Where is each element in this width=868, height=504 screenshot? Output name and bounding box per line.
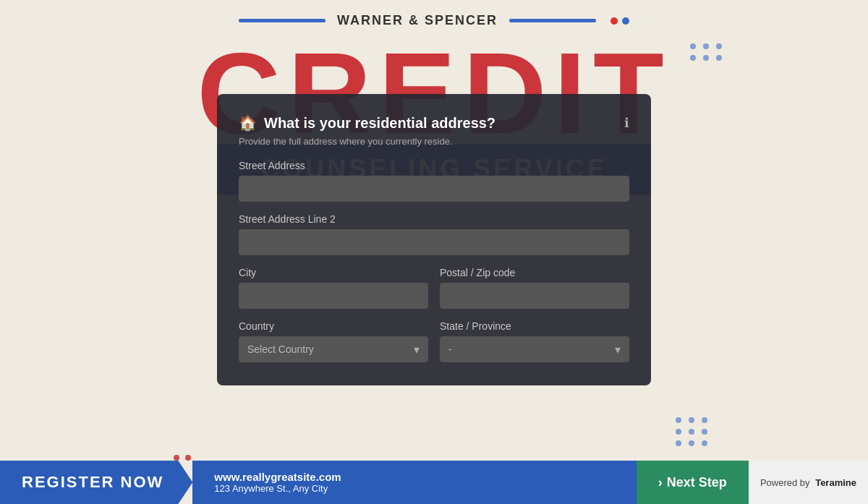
header-line-left <box>239 19 326 22</box>
dots-bottom-right <box>676 417 709 446</box>
street-address-2-label: Street Address Line 2 <box>239 213 629 225</box>
postal-group: Postal / Zip code <box>440 267 629 309</box>
website-info: www.reallygreatsite.com 123 Anywhere St.… <box>192 461 637 504</box>
state-select[interactable]: - <box>440 336 629 362</box>
dots-top-right <box>690 43 723 61</box>
country-group: Country Select Country United States Uni… <box>239 320 428 362</box>
register-button[interactable]: REGISTER NOW <box>0 461 192 504</box>
modal-header: 🏠 What is your residential address? ℹ <box>239 114 629 132</box>
website-url: www.reallygreatsite.com <box>214 471 622 483</box>
info-icon[interactable]: ℹ <box>624 115 629 131</box>
street-address-group: Street Address <box>239 160 629 202</box>
next-step-arrow: › <box>658 475 663 490</box>
header-bar: WARNER & SPENCER <box>0 13 868 28</box>
city-input[interactable] <box>239 283 428 309</box>
street-address-2-input[interactable] <box>239 229 629 255</box>
street-address-2-group: Street Address Line 2 <box>239 213 629 255</box>
country-select-wrapper: Select Country United States United King… <box>239 336 428 362</box>
header-title: WARNER & SPENCER <box>337 13 498 28</box>
modal-title-row: 🏠 What is your residential address? <box>239 114 495 132</box>
header-line-right <box>509 19 596 22</box>
postal-label: Postal / Zip code <box>440 267 629 278</box>
street-address-input[interactable] <box>239 176 629 202</box>
street-address-label: Street Address <box>239 160 629 171</box>
country-label: Country <box>239 320 428 332</box>
home-icon: 🏠 <box>239 114 257 132</box>
dots-bottom-left <box>174 455 191 461</box>
bottom-bar: REGISTER NOW www.reallygreatsite.com 123… <box>0 461 868 504</box>
state-select-wrapper: - <box>440 336 629 362</box>
modal-subtitle: Provide the full address where you curre… <box>239 136 629 147</box>
register-label: REGISTER NOW <box>22 473 163 492</box>
state-label: State / Province <box>440 320 629 332</box>
postal-input[interactable] <box>440 283 629 309</box>
dot-red <box>610 17 618 25</box>
powered-by-brand: Teramine <box>815 477 856 488</box>
address-modal: 🏠 What is your residential address? ℹ Pr… <box>217 94 651 385</box>
state-group: State / Province - <box>440 320 629 362</box>
next-step-label: Next Step <box>667 475 727 490</box>
dot-blue <box>622 17 629 25</box>
country-state-row: Country Select Country United States Uni… <box>239 320 629 362</box>
header-dots <box>610 17 629 25</box>
country-select[interactable]: Select Country United States United King… <box>239 336 428 362</box>
city-group: City <box>239 267 428 309</box>
modal-title: What is your residential address? <box>264 115 495 132</box>
powered-by: Powered by Teramine <box>749 461 868 504</box>
powered-by-label: Powered by <box>760 477 810 488</box>
next-step-button[interactable]: › Next Step <box>637 461 749 504</box>
city-postal-row: City Postal / Zip code <box>239 267 629 309</box>
city-label: City <box>239 267 428 278</box>
website-address: 123 Anywhere St., Any City <box>214 483 622 494</box>
